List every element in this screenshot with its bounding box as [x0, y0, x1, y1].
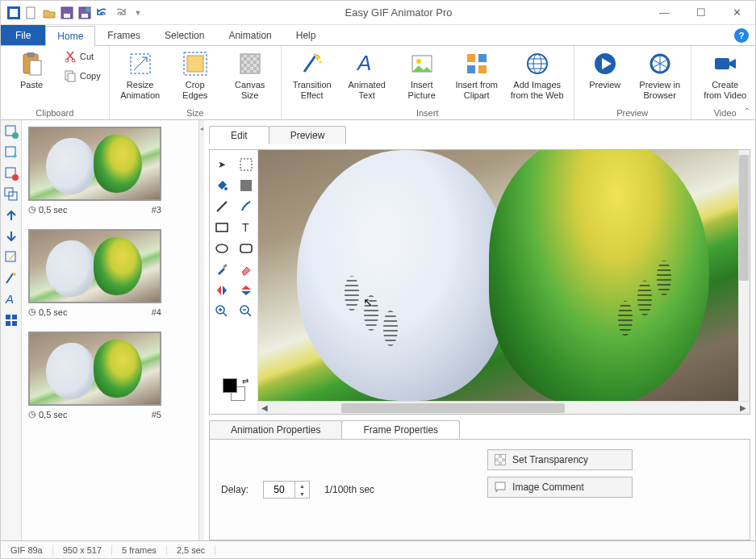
preview-group-label: Preview: [579, 106, 686, 119]
image-comment-button[interactable]: Image Comment: [487, 477, 633, 498]
transition-effect-button[interactable]: Transition Effect: [286, 48, 338, 106]
create-from-video-button[interactable]: Create from Video: [696, 48, 754, 106]
undo-icon[interactable]: [96, 6, 109, 19]
zoom-in-icon[interactable]: [214, 303, 230, 319]
insert-frame-icon[interactable]: [3, 123, 19, 140]
rounded-rect-icon[interactable]: [238, 240, 254, 257]
marquee-tool-icon[interactable]: [238, 156, 254, 173]
frame-thumbnail[interactable]: [28, 127, 161, 201]
tab-animation-properties[interactable]: Animation Properties: [209, 420, 342, 439]
fill-rect-icon[interactable]: [238, 177, 254, 194]
help-icon[interactable]: ?: [734, 28, 749, 43]
tab-frame-properties[interactable]: Frame Properties: [341, 420, 460, 439]
delay-input[interactable]: [264, 484, 294, 495]
svg-rect-58: [223, 264, 228, 269]
frame-delay: 0,5 sec: [39, 307, 67, 317]
minimize-button[interactable]: —: [646, 1, 683, 25]
scroll-right-icon[interactable]: ▶: [737, 403, 750, 412]
copy-button[interactable]: Copy: [61, 67, 104, 85]
ellipse-tool-icon[interactable]: [214, 240, 230, 257]
grid-view-icon[interactable]: [3, 312, 19, 328]
frame-item[interactable]: ◷0,5 sec#3: [28, 127, 192, 215]
redo-icon[interactable]: [114, 6, 127, 19]
text-tool-icon[interactable]: T: [238, 219, 254, 236]
svg-rect-1: [10, 9, 18, 17]
qat-dropdown-icon[interactable]: ▼: [132, 6, 144, 19]
vertical-scrollbar[interactable]: [738, 150, 750, 401]
tab-file[interactable]: File: [1, 25, 45, 45]
delete-frame-icon[interactable]: [3, 165, 19, 181]
color-swatch[interactable]: ⇄: [223, 378, 245, 401]
svg-rect-29: [467, 65, 475, 73]
properties-panel: Animation Properties Frame Properties De…: [209, 419, 750, 540]
svg-point-45: [13, 273, 16, 276]
effects-icon[interactable]: [3, 270, 19, 286]
eraser-icon[interactable]: [238, 261, 254, 277]
flip-h-icon[interactable]: [214, 282, 230, 298]
paste-button[interactable]: Paste: [6, 48, 57, 106]
zoom-out-icon[interactable]: [238, 303, 254, 319]
maximize-button[interactable]: ☐: [683, 1, 719, 25]
svg-point-26: [416, 59, 421, 64]
crop-edges-button[interactable]: Crop Edges: [169, 48, 221, 106]
delay-spinner[interactable]: ▲▼: [263, 481, 310, 499]
pointer-tool-icon[interactable]: ➤: [214, 156, 230, 173]
flip-v-icon[interactable]: [238, 282, 254, 298]
spinner-up-icon[interactable]: ▲: [295, 482, 309, 490]
edit-frame-icon[interactable]: [3, 249, 19, 265]
text-tool-icon[interactable]: A: [3, 291, 19, 307]
move-down-icon[interactable]: [3, 228, 19, 244]
status-duration: 2,5 sec: [167, 545, 215, 555]
cut-button[interactable]: Cut: [61, 48, 104, 65]
duplicate-frame-icon[interactable]: [3, 186, 19, 202]
tab-animation[interactable]: Animation: [216, 25, 283, 45]
tab-home[interactable]: Home: [45, 26, 95, 46]
canvas-size-button[interactable]: Canvas Size: [224, 48, 276, 106]
status-bar: GIF 89a 950 x 517 5 frames 2,5 sec: [1, 540, 755, 558]
brush-tool-icon[interactable]: [238, 198, 254, 215]
save-as-icon[interactable]: [78, 6, 91, 19]
save-icon[interactable]: [61, 6, 73, 19]
add-frame-icon[interactable]: +: [3, 144, 19, 161]
insert-clipart-button[interactable]: Insert from Clipart: [451, 48, 503, 106]
svg-rect-16: [187, 56, 203, 72]
open-icon[interactable]: [43, 6, 56, 19]
horizontal-scrollbar[interactable]: ◀ ▶: [258, 401, 750, 414]
svg-rect-61: [495, 482, 505, 490]
tab-help[interactable]: Help: [284, 25, 328, 45]
clock-icon: ◷: [28, 307, 36, 317]
status-frames: 5 frames: [112, 545, 167, 555]
tab-edit[interactable]: Edit: [209, 126, 269, 144]
line-tool-icon[interactable]: [214, 198, 230, 215]
editor-tabs: Edit Preview: [209, 125, 750, 144]
frames-panel: ◷0,5 sec#3 ◷0,5 sec#4 ◷0,5 sec#5: [22, 120, 199, 540]
rect-tool-icon[interactable]: [214, 219, 230, 236]
svg-rect-44: [6, 252, 15, 261]
bucket-tool-icon[interactable]: [214, 177, 230, 194]
frame-item[interactable]: ◷0,5 sec#5: [28, 332, 192, 419]
scroll-left-icon[interactable]: ◀: [258, 403, 271, 412]
eyedropper-icon[interactable]: [214, 261, 230, 277]
close-button[interactable]: ✕: [719, 1, 755, 25]
svg-point-56: [216, 244, 228, 252]
tab-frames[interactable]: Frames: [95, 25, 152, 45]
move-up-icon[interactable]: [3, 207, 19, 223]
tab-preview[interactable]: Preview: [269, 126, 347, 144]
insert-picture-button[interactable]: Insert Picture: [396, 48, 448, 106]
swap-colors-icon[interactable]: ⇄: [242, 377, 249, 386]
resize-animation-button[interactable]: Resize Animation: [115, 48, 166, 106]
animated-text-button[interactable]: AAnimated Text: [341, 48, 393, 106]
frame-thumbnail[interactable]: [28, 332, 161, 406]
frame-item[interactable]: ◷0,5 sec#4: [28, 229, 192, 317]
spinner-down-icon[interactable]: ▼: [295, 490, 309, 498]
svg-rect-49: [6, 321, 10, 326]
preview-button[interactable]: Preview: [579, 48, 631, 106]
ribbon-collapse-icon[interactable]: ˆ: [746, 107, 749, 119]
add-from-web-button[interactable]: Add Images from the Web: [506, 48, 569, 106]
frame-thumbnail[interactable]: [28, 229, 161, 303]
set-transparency-button[interactable]: Set Transparency: [487, 449, 633, 470]
tab-selection[interactable]: Selection: [152, 25, 216, 45]
preview-browser-button[interactable]: Preview in Browser: [634, 48, 686, 106]
canvas-viewport[interactable]: ↖: [258, 150, 750, 401]
new-icon[interactable]: [25, 6, 38, 19]
